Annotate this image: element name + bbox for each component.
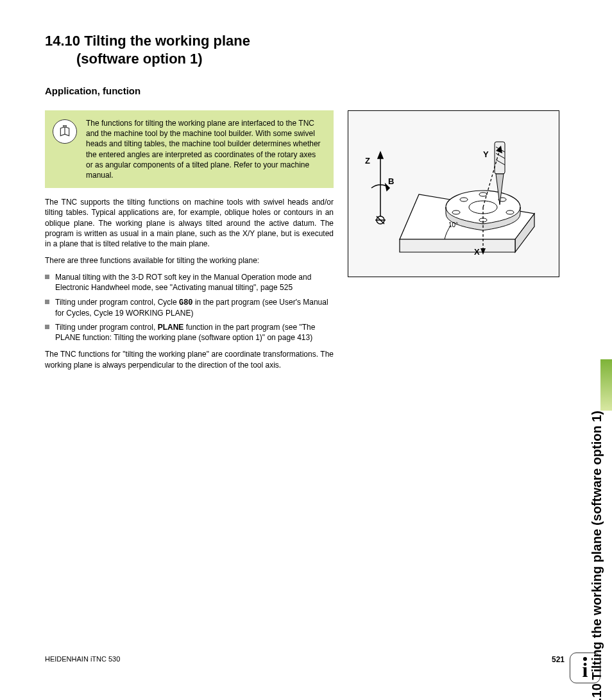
right-column: Z B Y X 10° [348,110,559,277]
left-column: The functions for tilting the working pl… [45,110,334,377]
svg-marker-18 [378,152,383,158]
title-line-2: (software option 1) [76,51,203,67]
code-text: G80 [179,298,193,307]
book-icon [58,125,71,138]
paragraph-3: The TNC functions for "tilting the worki… [45,349,334,370]
axis-label-x: X [474,247,480,257]
page-footer: HEIDENHAIN iTNC 530 521 [45,655,565,664]
list-item-text: Tilting under program control, [55,323,158,332]
paragraph-2: There are three functions available for … [45,255,334,266]
info-dot [583,657,587,661]
machine-manual-icon [53,119,77,144]
side-tab: 14.10 Tilting the working plane (softwar… [586,26,612,411]
note-text: The functions for tilting the working pl… [86,118,325,180]
note-box: The functions for tilting the working pl… [45,110,334,188]
two-column-layout: The functions for tilting the working pl… [45,110,565,377]
section-title: 14.10 Tilting the working plane (softwar… [45,32,565,67]
bold-text: PLANE [158,323,184,332]
info-glyph: i [582,658,588,682]
page-content: 14.10 Tilting the working plane (softwar… [0,0,565,377]
svg-marker-4 [400,239,515,252]
svg-rect-1 [64,125,67,127]
list-item: Manual tilting with the 3-D ROT soft key… [45,272,334,293]
list-item: Tilting under program control, Cycle G80… [45,297,334,318]
list-item-text: Tilting under program control, Cycle [55,298,179,307]
page-number: 521 [552,655,565,664]
angle-label: 10° [448,221,458,228]
footer-left: HEIDENHAIN iTNC 530 [45,655,120,664]
list-item: Tilting under program control, PLANE fun… [45,322,334,343]
axis-label-b: B [388,176,394,186]
function-list: Manual tilting with the 3-D ROT soft key… [45,272,334,343]
axis-label-y: Y [483,149,489,159]
subsection-title: Application, function [45,85,565,96]
tilting-diagram: Z B Y X 10° [348,110,559,277]
list-item-text: Manual tilting with the 3-D ROT soft key… [55,273,311,292]
side-tab-color [600,359,612,411]
section-number: 14.10 [45,33,80,49]
axis-label-z: Z [365,156,370,166]
paragraph-1: The TNC supports the tilting functions o… [45,197,334,249]
title-line-1: Tilting the working plane [84,33,250,49]
diagram-svg [348,111,560,278]
info-badge: i [570,653,600,683]
